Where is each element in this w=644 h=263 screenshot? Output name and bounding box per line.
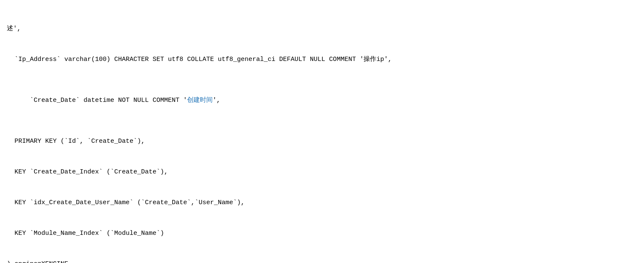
code-line-8: ) engine=XENGINE (7, 259, 637, 263)
code-block: 述', `Ip_Address` varchar(100) CHARACTER … (0, 0, 644, 263)
code-line-3: `Create_Date` datetime NOT NULL COMMENT … (7, 85, 637, 116)
code-line-3-part1: `Create_Date` datetime NOT NULL COMMENT … (22, 97, 187, 104)
code-line-1: 述', (7, 24, 637, 34)
code-line-5: KEY `Create_Date_Index` (`Create_Date`), (7, 167, 637, 177)
code-line-6: KEY `idx_Create_Date_User_Name` (`Create… (7, 198, 637, 208)
code-line-3-part2: ', (213, 97, 220, 104)
code-line-7: KEY `Module_Name_Index` (`Module_Name`) (7, 228, 637, 239)
code-line-2: `Ip_Address` varchar(100) CHARACTER SET … (7, 55, 637, 65)
code-line-3-comment: 创建时间 (187, 97, 213, 104)
code-line-4: PRIMARY KEY (`Id`, `Create_Date`), (7, 136, 637, 147)
